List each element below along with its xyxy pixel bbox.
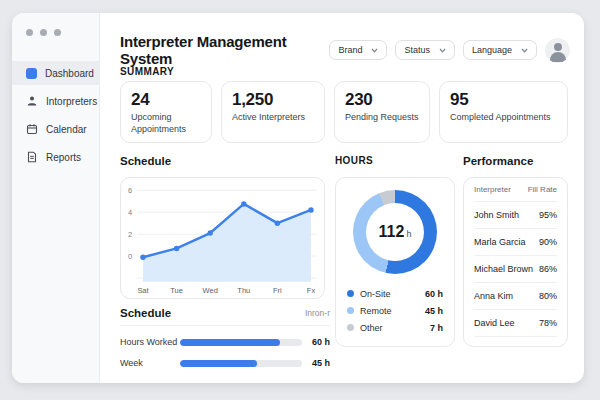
svg-text:Fri: Fri [273,286,282,295]
sidebar-item-label: Calendar [46,124,87,135]
window-dot-icon[interactable] [40,29,47,36]
table-row: Marla Garcia 90% [474,229,557,256]
legend-item-other: Other 7 h [347,319,443,336]
sidebar-item-calendar[interactable]: Calendar [12,117,99,141]
card-value: 230 [345,90,419,110]
table-row: John Smith 95% [474,202,557,229]
progress-track [180,339,302,346]
page-title: Interpreter Management System [120,33,329,67]
status-dropdown[interactable]: Status [395,40,455,60]
svg-text:2: 2 [128,230,132,239]
divider [120,325,330,326]
progress-fill [180,360,257,367]
legend-item-onsite: On-Site 60 h [347,285,443,302]
bottom-schedule-section: Schedule Inron-r Hours Worked 60 h Week … [120,307,330,368]
app-window: Dashboard Intorpreters Calendar [12,13,584,383]
bottom-schedule-header: Schedule Inron-r [120,307,330,319]
legend-dot [347,307,354,314]
status-dropdown-label: Status [404,45,430,55]
user-avatar[interactable] [545,38,570,63]
schedule-line-chart: 6420SatTueWedThuFriFx [121,178,324,298]
svg-text:Tue: Tue [170,286,183,295]
header: Interpreter Management System Brand Stat… [120,33,570,67]
table-row: Anna Kim 80% [474,283,557,310]
brand-dropdown-label: Brand [338,45,362,55]
column-header-interpreter: Interpreter [474,185,511,194]
donut-total-value: 112 [379,223,405,241]
card-value: 1,250 [232,90,314,110]
legend-item-remote: Remote 45 h [347,302,443,319]
summary-cards: 24 Upcoming Appointments 1,250 Active In… [120,81,568,143]
summary-label: SUMMARY [120,66,174,77]
person-icon [26,95,38,107]
avatar-person-icon [554,43,562,51]
progress-row-week: Week 45 h [120,358,330,368]
svg-text:6: 6 [128,186,132,195]
progress-fill [180,339,280,346]
sidebar-item-label: Reports [46,152,81,163]
bottom-schedule-right-label: Inron-r [305,308,330,318]
svg-text:Thu: Thu [237,286,250,295]
language-dropdown[interactable]: Language [463,40,537,60]
chevron-down-icon [439,48,446,53]
hours-donut-chart: 112 h [353,190,437,274]
sidebar-item-dashboard[interactable]: Dashboard [12,61,99,85]
table-header-row: Interpreter Fill Rate [474,178,557,202]
header-filters: Brand Status Language [329,38,570,63]
card-value: 24 [131,90,201,110]
avatar-person-icon [550,52,566,62]
hours-title: HOURS [335,155,455,171]
donut-total-unit: h [406,229,411,239]
hours-legend: On-Site 60 h Remote 45 h Other 7 h [336,285,454,336]
summary-card-upcoming: 24 Upcoming Appointments [120,81,212,143]
progress-row-hours-worked: Hours Worked 60 h [120,337,330,347]
document-icon [26,151,38,163]
performance-section: Performance Interpreter Fill Rate John S… [463,155,568,347]
hours-section: HOURS 112 h On-Site 60 h [335,155,455,347]
legend-dot [347,324,354,331]
svg-text:4: 4 [128,208,132,217]
schedule-chart-panel: 6420SatTueWedThuFriFx [120,177,325,299]
summary-card-pending: 230 Pending Requests [334,81,430,143]
brand-dropdown[interactable]: Brand [329,40,387,60]
performance-table: Interpreter Fill Rate John Smith 95% Mar… [463,177,568,347]
table-row: Michael Brown 86% [474,256,557,283]
table-row: David Lee 78% [474,310,557,337]
card-label: Upcoming Appointments [131,112,201,135]
window-controls[interactable] [26,29,99,36]
column-header-fill-rate: Fill Rate [528,185,557,194]
chevron-down-icon [371,48,378,53]
sidebar-item-interpreters[interactable]: Intorpreters [12,89,99,113]
card-label: Completed Appointments [450,112,557,124]
svg-text:Sat: Sat [137,286,149,295]
sidebar-item-label: Intorpreters [46,96,97,107]
card-label: Active Interpreters [232,112,314,124]
sidebar-item-reports[interactable]: Reports [12,145,99,169]
chevron-down-icon [521,48,528,53]
donut-center: 112 h [366,203,424,261]
window-dot-icon[interactable] [26,29,33,36]
summary-card-active: 1,250 Active Interpreters [221,81,325,143]
svg-text:Wed: Wed [203,286,218,295]
schedule-title: Schedule [120,155,325,171]
card-label: Pending Requests [345,112,419,124]
window-dot-icon[interactable] [54,29,61,36]
sidebar-item-label: Dashboard [45,68,94,79]
dashboard-icon [26,68,37,79]
summary-card-completed: 95 Completed Appointments [439,81,568,143]
bottom-schedule-title: Schedule [120,307,171,319]
svg-text:0: 0 [128,252,132,261]
progress-track [180,360,302,367]
hours-panel: 112 h On-Site 60 h Remote [335,177,455,347]
card-value: 95 [450,90,557,110]
language-dropdown-label: Language [472,45,512,55]
performance-title: Performance [463,155,568,171]
svg-text:Fx: Fx [307,286,316,295]
sidebar-menu: Dashboard Intorpreters Calendar [12,61,99,169]
calendar-icon [26,123,38,135]
sidebar: Dashboard Intorpreters Calendar [12,13,100,383]
main-content: Interpreter Management System Brand Stat… [100,13,584,383]
legend-dot [347,290,354,297]
